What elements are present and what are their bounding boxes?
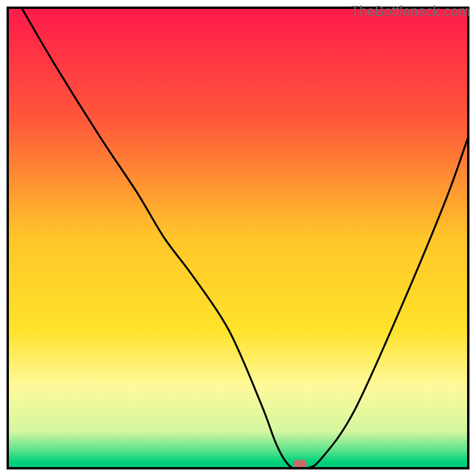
watermark-text: TheBottleneck.com <box>351 4 470 20</box>
bottleneck-chart: TheBottleneck.com <box>0 0 476 476</box>
gradient-background <box>8 8 468 468</box>
optimum-marker <box>293 460 306 468</box>
chart-canvas <box>0 0 476 476</box>
